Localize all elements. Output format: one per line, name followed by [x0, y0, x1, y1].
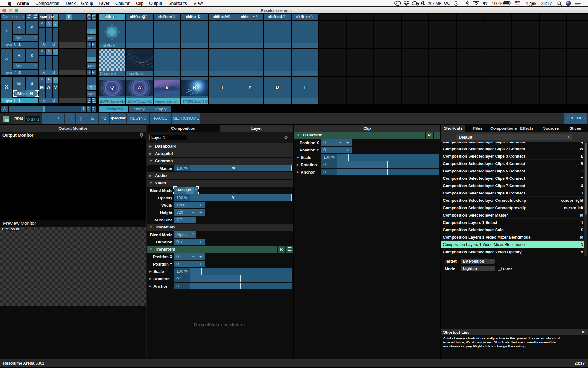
svg-text:cc: cc [396, 2, 399, 5]
